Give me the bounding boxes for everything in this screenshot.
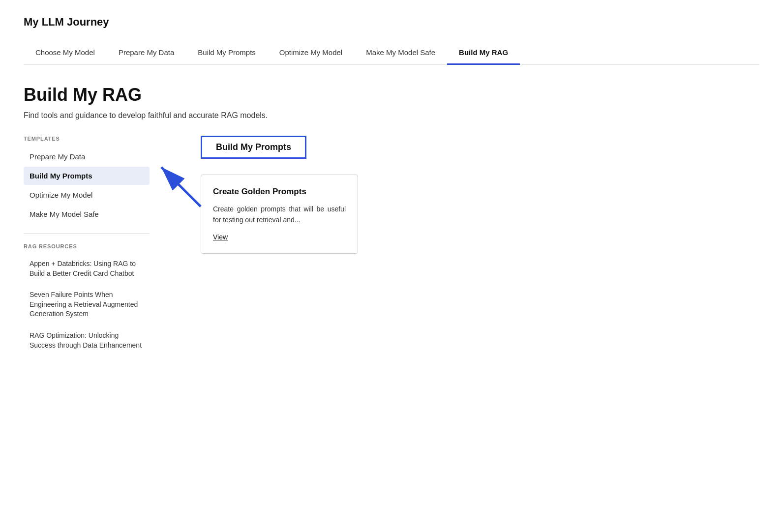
templates-label: TEMPLATES — [24, 136, 150, 142]
highlighted-tab-button[interactable]: Build My Prompts — [201, 136, 306, 159]
nav-item-build-rag[interactable]: Build My RAG — [447, 42, 520, 65]
sidebar-item-prepare-data[interactable]: Prepare My Data — [24, 148, 150, 166]
nav-item-optimize-model[interactable]: Optimize My Model — [268, 42, 354, 65]
sidebar-resource-1[interactable]: Appen + Databricks: Using RAG to Build a… — [24, 255, 150, 282]
sidebar: TEMPLATES Prepare My Data Build My Promp… — [24, 136, 161, 358]
resources-label: RAG RESOURCES — [24, 243, 150, 249]
nav-item-prepare-data[interactable]: Prepare My Data — [107, 42, 186, 65]
top-nav: Choose My Model Prepare My Data Build My… — [24, 42, 759, 65]
page-description: Find tools and guidance to develop faith… — [24, 111, 759, 120]
nav-item-choose-model[interactable]: Choose My Model — [24, 42, 107, 65]
app-title: My LLM Journey — [24, 16, 759, 29]
card-title: Create Golden Prompts — [213, 187, 346, 197]
card-description: Create golden prompts that will be usefu… — [213, 204, 346, 226]
sidebar-item-model-safe[interactable]: Make My Model Safe — [24, 205, 150, 223]
sidebar-divider — [24, 233, 150, 234]
main-layout: TEMPLATES Prepare My Data Build My Promp… — [24, 136, 759, 358]
sidebar-item-build-prompts[interactable]: Build My Prompts — [24, 167, 150, 185]
sidebar-item-optimize-model[interactable]: Optimize My Model — [24, 186, 150, 204]
arrow-indicator — [151, 157, 211, 216]
nav-item-build-prompts[interactable]: Build My Prompts — [186, 42, 268, 65]
page-header: Build My RAG Find tools and guidance to … — [24, 85, 759, 120]
cards-area: Create Golden Prompts Create golden prom… — [201, 175, 759, 254]
content-area: Build My Prompts Create Golden Prompts C… — [161, 136, 759, 254]
card-view-link[interactable]: View — [213, 233, 228, 241]
page-title: Build My RAG — [24, 85, 759, 105]
app-container: My LLM Journey Choose My Model Prepare M… — [0, 0, 783, 532]
template-card-golden-prompts: Create Golden Prompts Create golden prom… — [201, 175, 358, 254]
sidebar-resource-3[interactable]: RAG Optimization: Unlocking Success thro… — [24, 327, 150, 354]
svg-line-1 — [161, 167, 201, 207]
sidebar-resource-2[interactable]: Seven Failure Points When Engineering a … — [24, 286, 150, 323]
nav-item-model-safe[interactable]: Make My Model Safe — [354, 42, 447, 65]
